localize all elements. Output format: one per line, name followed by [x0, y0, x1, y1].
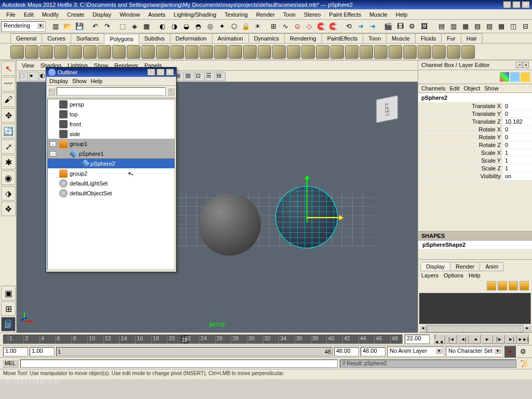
move-gizmo-x[interactable]: [307, 217, 343, 218]
cb-menu-show[interactable]: Show: [484, 85, 499, 91]
soft-mod-tool[interactable]: ◉: [1, 170, 16, 185]
snap-plane-icon[interactable]: ◇: [303, 21, 315, 32]
outliner-item-psphere1[interactable]: -pSphere1: [48, 149, 175, 158]
vp-tool-0[interactable]: ⬚: [19, 72, 28, 81]
expand-toggle[interactable]: -: [50, 141, 56, 147]
sel-mask5-icon[interactable]: ◎: [204, 21, 216, 32]
menu-render[interactable]: Render: [252, 10, 279, 19]
menu-texturing[interactable]: Texturing: [220, 10, 252, 19]
outliner-item-top[interactable]: top: [48, 109, 175, 119]
psphere1-mesh[interactable]: [198, 193, 261, 256]
shelf-tab-hair[interactable]: Hair: [461, 33, 483, 43]
shelf-icon-25[interactable]: [374, 45, 388, 59]
shelf-tab-curves[interactable]: Curves: [42, 33, 71, 43]
shelf-icon-28[interactable]: [418, 45, 431, 59]
menu-create[interactable]: Create: [63, 10, 88, 19]
single-pane-icon[interactable]: ▣: [1, 286, 16, 300]
minimize-button[interactable]: _: [503, 1, 511, 8]
character-set-dropdown[interactable]: No Character Set: [446, 347, 503, 357]
outliner-menu-show[interactable]: Show: [72, 78, 87, 84]
menu-edit[interactable]: Edit: [20, 10, 38, 19]
sel-mask2-icon[interactable]: ◑: [168, 21, 180, 32]
menu-help[interactable]: Help: [392, 10, 412, 19]
shelf-icon-22[interactable]: [330, 45, 344, 59]
shelf-icon-11[interactable]: [170, 45, 184, 59]
layer-new-icon[interactable]: [487, 281, 496, 290]
layer-scrollbar[interactable]: ◄►: [419, 325, 531, 332]
vp-tool-20[interactable]: ⊟: [216, 72, 225, 81]
menu-lightingshading[interactable]: Lighting/Shading: [169, 10, 220, 19]
layer-menu-options[interactable]: Options: [444, 272, 463, 278]
step-back-button[interactable]: ◄|: [458, 335, 469, 344]
outliner-item-persp[interactable]: persp: [48, 99, 175, 109]
cb-view-icon[interactable]: [500, 72, 509, 82]
last-tool[interactable]: ❖: [1, 202, 16, 216]
shelf-icon-0[interactable]: [10, 45, 24, 59]
show-manip-tool[interactable]: ⬗: [1, 186, 16, 201]
attr-value[interactable]: 1: [503, 149, 532, 156]
layer-list[interactable]: [419, 293, 531, 324]
outliner-item-front[interactable]: front: [48, 119, 175, 129]
shelf-icon-23[interactable]: [345, 45, 358, 59]
layer-menu-layers[interactable]: Layers: [421, 272, 438, 278]
shelf-icon-3[interactable]: [54, 45, 68, 59]
outliner-min-button[interactable]: _: [147, 69, 155, 76]
lasso-tool[interactable]: 〰: [1, 77, 16, 91]
shelf-icon-27[interactable]: [403, 45, 417, 59]
attr-value[interactable]: 1: [503, 165, 532, 172]
menu-display[interactable]: Display: [88, 10, 115, 19]
outliner-item-group2[interactable]: group2: [48, 168, 175, 178]
shelf-tab-subdivs[interactable]: Subdivs: [139, 33, 170, 43]
cb-menu-object[interactable]: Object: [463, 85, 480, 91]
layer-tab-display[interactable]: Display: [420, 262, 450, 271]
outliner-search-input[interactable]: [57, 87, 166, 96]
play-fwd-button[interactable]: ►: [482, 335, 493, 344]
save-scene-icon[interactable]: 💾: [74, 21, 85, 32]
shelf-icon-15[interactable]: [229, 45, 242, 59]
paint-select-tool[interactable]: 🖌: [1, 92, 16, 107]
panel-a-icon[interactable]: ▤: [436, 21, 447, 32]
shelf-icon-13[interactable]: [200, 45, 213, 59]
menu-muscle[interactable]: Muscle: [365, 10, 392, 19]
viewcube[interactable]: LEFT: [376, 95, 398, 123]
scale-tool[interactable]: ⤢: [1, 139, 16, 154]
cb-close-icon[interactable]: ✕: [523, 62, 529, 68]
attr-value[interactable]: 0: [503, 141, 532, 149]
outliner-list[interactable]: persptopfrontside-group1-pSphere1pSphere…: [47, 99, 175, 270]
panel-b-icon[interactable]: ▥: [448, 21, 459, 32]
attr-value[interactable]: 0: [503, 126, 532, 133]
shelf-tab-muscle[interactable]: Muscle: [386, 33, 416, 43]
shelf-tab-surfaces[interactable]: Surfaces: [71, 33, 104, 43]
step-fwd-button[interactable]: |►: [494, 335, 505, 344]
outliner-titlebar[interactable]: Outliner _ ▢ ✕: [46, 68, 176, 77]
shelf-icon-24[interactable]: [360, 45, 373, 59]
render-globals-icon[interactable]: ⚙: [406, 21, 418, 32]
shelf-icon-17[interactable]: [258, 45, 271, 59]
attr-value[interactable]: on: [503, 172, 532, 180]
shelf-tab-fur[interactable]: Fur: [441, 33, 461, 43]
outliner-item-psphere2[interactable]: pSphere2: [48, 158, 175, 168]
shelf-icon-16[interactable]: [243, 45, 257, 59]
goto-start-button[interactable]: |◄◄: [434, 335, 445, 344]
shelf-tab-deformation[interactable]: Deformation: [170, 33, 212, 43]
shelf-icon-12[interactable]: [185, 45, 198, 59]
anim-layer-dropdown[interactable]: No Anim Layer: [387, 347, 444, 357]
command-input[interactable]: [20, 360, 338, 368]
sel-mask-icon[interactable]: ◐: [156, 21, 168, 32]
vp-tool-1[interactable]: ●: [29, 72, 38, 81]
outliner-item-defaultlightset[interactable]: defaultLightSet: [48, 178, 175, 188]
shelf-tab-general[interactable]: General: [10, 33, 42, 43]
construction2-icon[interactable]: ➜: [367, 21, 378, 32]
shelf-icon-8[interactable]: [127, 45, 140, 59]
shelf-icon-18[interactable]: [272, 45, 286, 59]
outliner-search-prev[interactable]: ←: [48, 87, 55, 96]
shelf-icon-26[interactable]: [389, 45, 402, 59]
construction-icon[interactable]: ➜: [355, 21, 366, 32]
shelf-icon-2[interactable]: [39, 45, 53, 59]
history-icon[interactable]: ⟲: [343, 21, 354, 32]
select-obj-icon[interactable]: ◈: [129, 21, 140, 32]
channel-object-name[interactable]: pSphere2: [418, 93, 532, 102]
current-frame-field[interactable]: 22.00: [405, 335, 430, 344]
shelf-icon-29[interactable]: [432, 45, 446, 59]
layer-newempty-icon[interactable]: [498, 281, 507, 290]
